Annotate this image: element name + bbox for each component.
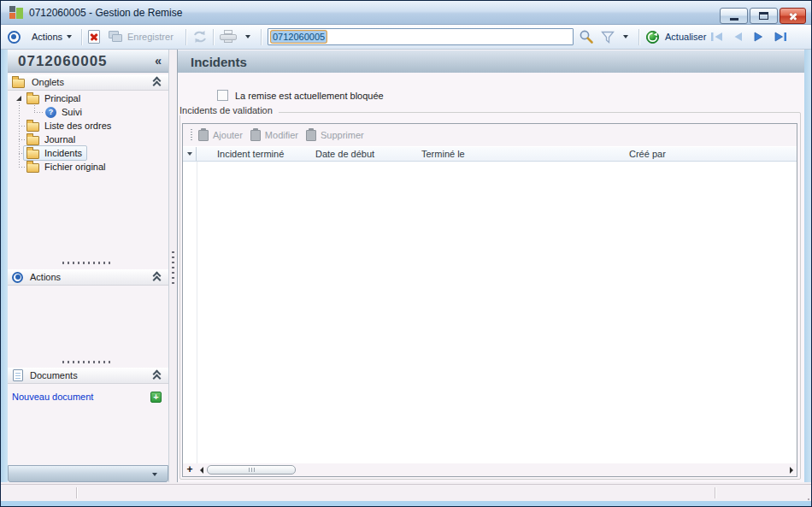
close-icon — [788, 11, 798, 21]
print-button[interactable] — [220, 25, 237, 49]
tree-item-label: Suivi — [62, 107, 82, 117]
section-label-onglets: Onglets — [32, 77, 64, 87]
previous-record-button[interactable] — [733, 25, 744, 49]
tree-item-journal[interactable]: Journal — [8, 133, 168, 146]
delete-record-button[interactable] — [88, 25, 100, 49]
save-button[interactable]: Enregistrer — [109, 25, 174, 49]
page-title-bar: Incidents — [178, 50, 804, 73]
tree-item-liste-des-ordres[interactable]: Liste des ordres — [8, 119, 168, 133]
grid-edit-label: Modifier — [265, 130, 298, 140]
tree-item-principal[interactable]: Principal — [8, 91, 168, 105]
blocked-checkbox[interactable] — [217, 90, 228, 101]
grid-add-button[interactable]: Ajouter — [198, 130, 243, 141]
sidebar-collapse-bar[interactable] — [8, 465, 168, 482]
panel-resize-grip[interactable] — [62, 361, 112, 363]
page-title: Incidents — [191, 55, 247, 69]
resize-grip[interactable] — [804, 495, 806, 497]
last-record-button[interactable] — [774, 25, 787, 49]
section-header-actions[interactable]: Actions — [8, 269, 168, 286]
edit-record-icon — [250, 130, 261, 141]
horizontal-scrollbar-thumb[interactable] — [207, 465, 296, 475]
grid-add-row-button[interactable]: + — [183, 464, 197, 475]
window-frame-bottom — [1, 501, 811, 506]
collapse-chevrons-icon[interactable] — [153, 273, 162, 282]
column-header-cree-par[interactable]: Créé par — [624, 149, 797, 159]
toolbar-grip-icon — [191, 129, 192, 142]
tabs-tree: Principal Suivi Liste des ordres Journal… — [8, 90, 168, 227]
toolbar-separator — [638, 29, 639, 45]
sidebar-splitter[interactable] — [168, 50, 178, 482]
minimize-button[interactable] — [720, 8, 748, 24]
first-record-icon — [710, 32, 724, 42]
splitter-grip-icon — [172, 251, 174, 284]
grid-delete-button[interactable]: Supprimer — [306, 130, 364, 141]
new-document-link[interactable]: Nouveau document — [12, 392, 93, 402]
folder-icon — [26, 95, 39, 104]
chevron-down-icon — [623, 35, 628, 38]
folder-open-icon — [26, 150, 39, 159]
search-button[interactable] — [579, 25, 594, 49]
window-controls — [720, 8, 806, 24]
reload-icon — [192, 30, 208, 44]
first-record-button[interactable] — [710, 25, 724, 49]
sidebar: 0712060005 « Onglets Principal Suivi — [8, 50, 168, 482]
column-header-date-de-debut[interactable]: Date de début — [310, 149, 416, 159]
section-header-onglets[interactable]: Onglets — [8, 74, 168, 91]
print-dropdown-button[interactable] — [245, 25, 250, 49]
next-record-button[interactable] — [753, 25, 764, 49]
previous-record-icon — [733, 32, 744, 42]
chevron-down-icon — [245, 35, 250, 38]
record-search-input[interactable]: 0712060005 — [268, 28, 574, 45]
tree-item-suivi[interactable]: Suivi — [8, 105, 168, 119]
record-id: 0712060005 — [18, 53, 108, 70]
folder-icon — [12, 79, 25, 88]
section-header-documents[interactable]: Documents — [8, 368, 168, 384]
delete-record-icon — [306, 130, 316, 141]
folder-icon — [26, 136, 39, 145]
grid-body-empty[interactable] — [183, 162, 797, 463]
reload-button[interactable] — [192, 25, 208, 49]
save-icon — [109, 31, 122, 43]
tree-expanded-icon[interactable] — [16, 96, 21, 101]
collapse-chevrons-icon[interactable] — [153, 371, 162, 380]
chevron-down-icon — [152, 473, 157, 476]
maximize-button[interactable] — [750, 8, 778, 24]
help-circle-icon — [45, 107, 56, 118]
column-header-incident-termine[interactable]: Incident terminé — [197, 149, 310, 159]
actions-menu-label: Actions — [32, 32, 62, 42]
filter-icon — [601, 31, 615, 44]
bullseye-icon — [12, 272, 23, 283]
menu-bullseye-button[interactable] — [8, 25, 21, 49]
folder-icon — [26, 163, 39, 173]
app-window: 0712060005 - Gestion de Remise Actions E… — [0, 0, 812, 507]
window-frame-left — [1, 50, 8, 482]
sidebar-collapse-button[interactable]: « — [155, 54, 162, 68]
panel-resize-grip[interactable] — [62, 262, 112, 264]
actions-menu-button[interactable]: Actions — [32, 25, 72, 49]
collapse-chevrons-icon[interactable] — [153, 78, 162, 87]
tree-item-fichier-original[interactable]: Fichier original — [8, 160, 168, 174]
chevron-down-icon — [67, 35, 72, 38]
grid-add-label: Ajouter — [213, 130, 243, 140]
grid-edit-button[interactable]: Modifier — [250, 130, 298, 141]
app-icon[interactable] — [9, 6, 23, 19]
main-content: La remise est actuellement bloquée Incid… — [178, 73, 804, 482]
add-document-button[interactable]: + — [150, 392, 162, 403]
filter-button[interactable] — [601, 25, 615, 49]
minimize-icon — [730, 18, 738, 21]
filter-dropdown-button[interactable] — [623, 25, 628, 49]
window-frame-right — [804, 50, 811, 482]
refresh-button[interactable]: Actualiser — [645, 25, 706, 49]
tree-item-label: Fichier original — [44, 162, 106, 172]
grid-toolbar: Ajouter Modifier Supprimer — [183, 124, 797, 146]
close-button[interactable] — [780, 8, 806, 24]
blocked-checkbox-label: La remise est actuellement bloquée — [235, 91, 384, 101]
scroll-left-button[interactable] — [197, 467, 207, 474]
tree-item-incidents-selected[interactable]: Incidents — [8, 146, 168, 160]
row-marker-header[interactable] — [183, 147, 197, 161]
section-label-documents: Documents — [30, 370, 78, 380]
column-header-termine-le[interactable]: Terminé le — [416, 149, 624, 159]
printer-icon — [220, 30, 237, 44]
scroll-right-button[interactable] — [786, 467, 797, 474]
tree-item-label: Principal — [44, 93, 80, 103]
